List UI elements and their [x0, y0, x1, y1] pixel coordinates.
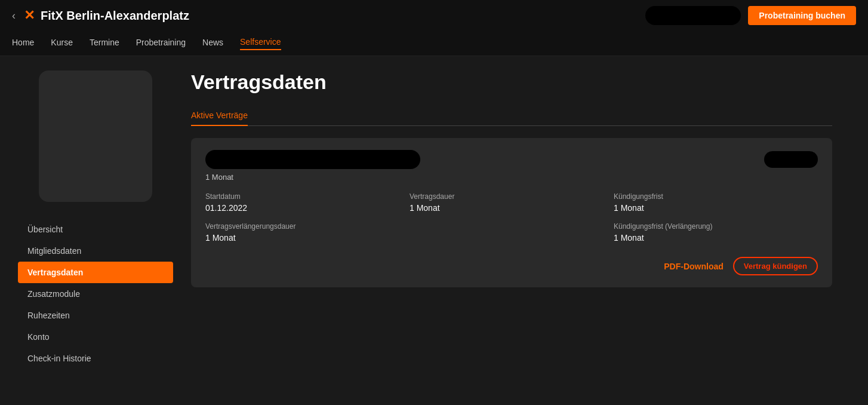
sidebar-item-zusatzmodule[interactable]: Zusatzmodule: [18, 283, 173, 305]
contract-name-pill: [205, 150, 420, 169]
sidebar-item-checkin[interactable]: Check-in Historie: [18, 348, 173, 369]
site-title: FitX Berlin-Alexanderplatz: [41, 9, 189, 23]
probetraining-button[interactable]: Probetraining buchen: [748, 6, 856, 25]
right-content: Vertragsdaten Aktive Verträge 1 Monat St…: [173, 70, 850, 369]
label-verlangerungsdauer: Vertragsverlängerungsdauer: [205, 222, 614, 231]
value-startdatum: 01.12.2022: [205, 203, 410, 213]
contract-actions: PDF-Download Vertrag kündigen: [205, 257, 818, 275]
detail-verlangerungsdauer: Vertragsverlängerungsdauer 1 Monat: [205, 222, 614, 243]
nav-item-kurse[interactable]: Kurse: [51, 38, 73, 50]
contract-card: 1 Monat Startdatum 01.12.2022 Vertragsda…: [191, 138, 832, 287]
main-content: Übersicht Mitgliedsdaten Vertragsdaten Z…: [0, 56, 868, 383]
label-kundigungsfrist: Kündigungsfrist: [614, 192, 818, 201]
sidebar-item-vertragsdaten[interactable]: Vertragsdaten: [18, 262, 173, 283]
value-kundigungsfrist: 1 Monat: [614, 203, 818, 213]
nav-item-news[interactable]: News: [202, 38, 223, 50]
top-bar-left: ‹ ✕ FitX Berlin-Alexanderplatz: [12, 8, 189, 23]
left-sidebar: Übersicht Mitgliedsdaten Vertragsdaten Z…: [18, 70, 173, 369]
top-bar-right: Probetraining buchen: [645, 6, 856, 25]
sidebar-menu: Übersicht Mitgliedsdaten Vertragsdaten Z…: [18, 219, 173, 369]
label-startdatum: Startdatum: [205, 192, 410, 201]
vertrag-kundigen-button[interactable]: Vertrag kündigen: [733, 257, 818, 275]
value-kundigungsfrist-verlangerung: 1 Monat: [614, 233, 818, 243]
sidebar-item-konto[interactable]: Konto: [18, 326, 173, 348]
label-vertragsdauer: Vertragsdauer: [410, 192, 614, 201]
contract-duration: 1 Monat: [205, 173, 818, 182]
value-verlangerungsdauer: 1 Monat: [205, 233, 614, 243]
contract-card-header: [205, 150, 818, 169]
top-bar: ‹ ✕ FitX Berlin-Alexanderplatz Probetrai…: [0, 0, 868, 31]
page-title: Vertragsdaten: [191, 70, 832, 94]
nav-item-termine[interactable]: Termine: [90, 38, 119, 50]
contract-details-grid: Startdatum 01.12.2022 Vertragsdauer 1 Mo…: [205, 192, 818, 243]
contract-badge: [764, 151, 818, 168]
user-pill: [645, 6, 741, 25]
detail-kundigungsfrist: Kündigungsfrist 1 Monat: [614, 192, 818, 213]
tab-aktive-vertrage[interactable]: Aktive Verträge: [191, 106, 248, 126]
nav-bar: Home Kurse Termine Probetraining News Se…: [0, 31, 868, 56]
detail-kundigungsfrist-verlangerung: Kündigungsfrist (Verlängerung) 1 Monat: [614, 222, 818, 243]
nav-item-home[interactable]: Home: [12, 38, 34, 50]
detail-startdatum: Startdatum 01.12.2022: [205, 192, 410, 213]
nav-item-selfservice[interactable]: Selfservice: [240, 37, 281, 50]
label-kundigungsfrist-verlangerung: Kündigungsfrist (Verlängerung): [614, 222, 818, 231]
sidebar-item-mitgliedsdaten[interactable]: Mitgliedsdaten: [18, 240, 173, 262]
detail-vertragsdauer: Vertragsdauer 1 Monat: [410, 192, 614, 213]
sidebar-item-ubersicht[interactable]: Übersicht: [18, 219, 173, 240]
value-vertragsdauer: 1 Monat: [410, 203, 614, 213]
profile-image: [39, 70, 152, 202]
back-button[interactable]: ‹: [12, 10, 16, 22]
nav-item-probetraining[interactable]: Probetraining: [136, 38, 186, 50]
tabs-row: Aktive Verträge: [191, 106, 832, 126]
logo-icon: ✕: [24, 8, 35, 23]
pdf-download-button[interactable]: PDF-Download: [664, 262, 724, 271]
sidebar-item-ruhezeiten[interactable]: Ruhezeiten: [18, 305, 173, 326]
